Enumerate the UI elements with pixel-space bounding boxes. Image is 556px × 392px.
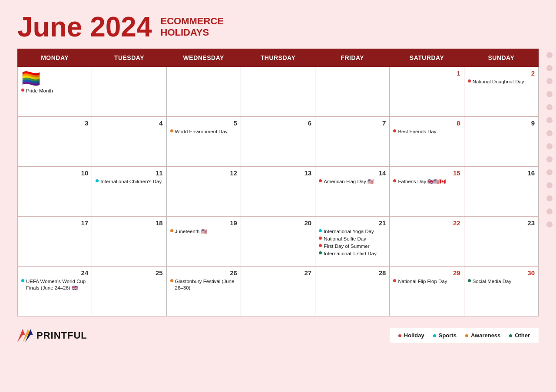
header: June 2024 ECOMMERCE HOLIDAYS xyxy=(17,13,539,41)
calendar-cell: 3 xyxy=(18,117,92,167)
event: International Children's Day xyxy=(96,178,162,185)
event-dot xyxy=(21,279,24,282)
event-text: Best Friends Day xyxy=(398,128,436,135)
event-text: Social Media Day xyxy=(473,278,511,285)
event-text: American Flag Day 🇺🇸 xyxy=(324,178,374,185)
event-dot xyxy=(393,129,396,132)
event-dot xyxy=(170,129,173,132)
sidebar-dot xyxy=(546,156,553,162)
legend-label: Holiday xyxy=(404,332,424,339)
calendar-cell: 4 xyxy=(92,117,166,167)
day-number: 19 xyxy=(170,219,237,227)
event-text: International T-shirt Day xyxy=(324,250,377,257)
calendar-week-row: 345World Environment Day678Best Friends … xyxy=(18,117,539,167)
event-text: National Flip Flop Day xyxy=(398,278,447,285)
day-number: 20 xyxy=(245,219,311,227)
sidebar-dot xyxy=(546,117,553,123)
sidebar-dot xyxy=(546,78,553,84)
event-text: National Doughnut Day xyxy=(473,79,524,85)
printful-logo-icon xyxy=(17,329,33,342)
event: World Environment Day xyxy=(170,128,237,135)
event: Best Friends Day xyxy=(393,128,460,135)
sidebar-dot xyxy=(546,91,553,97)
legend-dot xyxy=(465,334,468,337)
day-number: 27 xyxy=(245,269,311,277)
day-number: 5 xyxy=(170,119,237,127)
col-tuesday: TUESDAY xyxy=(92,49,166,67)
event-dot xyxy=(319,251,322,254)
col-sunday: SUNDAY xyxy=(464,49,538,67)
calendar-week-row: 24UEFA Women's World Cup Finals (June 24… xyxy=(18,267,539,316)
day-number: 16 xyxy=(468,169,535,177)
calendar-cell: 22 xyxy=(390,217,464,267)
calendar-cell: 20 xyxy=(241,217,315,267)
event-text: World Environment Day xyxy=(175,128,228,135)
calendar-cell: 7 xyxy=(315,117,390,167)
event: UEFA Women's World Cup Finals (June 24–2… xyxy=(21,278,88,291)
calendar-cell: 29National Flip Flop Day xyxy=(390,267,464,316)
calendar-cell: 🏳️‍🌈Pride Month xyxy=(18,67,92,117)
calendar-cell xyxy=(166,67,241,117)
event-dot xyxy=(393,279,396,282)
calendar-cell: 28 xyxy=(315,267,390,316)
legend-label: Other xyxy=(515,332,530,339)
day-number: 21 xyxy=(319,219,386,227)
event: International T-shirt Day xyxy=(319,250,386,257)
sidebar-dot xyxy=(546,208,553,214)
calendar-week-row: 1011International Children's Day121314Am… xyxy=(18,167,539,217)
day-number: 1 xyxy=(393,69,460,77)
event-text: National Selfie Day xyxy=(324,236,366,242)
calendar-cell: 9 xyxy=(464,117,538,167)
subtitle-line2: HOLIDAYS xyxy=(161,27,224,38)
day-number: 13 xyxy=(245,169,311,177)
calendar-cell: 1 xyxy=(390,67,464,117)
sidebar-dot xyxy=(546,182,553,188)
day-number: 4 xyxy=(96,119,162,127)
event-text: Father's Day 🇬🇧🇺🇸🇨🇦 xyxy=(398,178,446,185)
calendar-cell: 13 xyxy=(241,167,315,217)
legend-item: Awareness xyxy=(465,332,500,339)
day-number: 23 xyxy=(468,219,535,227)
calendar-cell: 18 xyxy=(92,217,166,267)
event: National Flip Flop Day xyxy=(393,278,460,285)
col-thursday: THURSDAY xyxy=(241,49,315,67)
sidebar-dot xyxy=(546,195,553,201)
calendar-cell xyxy=(241,67,315,117)
day-number: 11 xyxy=(96,169,162,177)
calendar-cell xyxy=(315,67,390,117)
event: American Flag Day 🇺🇸 xyxy=(319,178,386,185)
sidebar-dot xyxy=(546,169,553,175)
event-dot xyxy=(319,179,322,182)
legend-item: Holiday xyxy=(398,332,424,339)
day-number: 3 xyxy=(21,119,88,127)
calendar-cell: 27 xyxy=(241,267,315,316)
calendar-header-row: MONDAY TUESDAY WEDNESDAY THURSDAY FRIDAY… xyxy=(18,49,539,67)
calendar-cell: 19Juneteenth 🇺🇸 xyxy=(166,217,241,267)
day-number: 10 xyxy=(21,169,88,177)
calendar: MONDAY TUESDAY WEDNESDAY THURSDAY FRIDAY… xyxy=(17,49,539,316)
event: International Yoga Day xyxy=(319,228,386,235)
day-number: 9 xyxy=(468,119,535,127)
day-number: 18 xyxy=(96,219,162,227)
calendar-cell: 17 xyxy=(18,217,92,267)
calendar-cell: 25 xyxy=(92,267,166,316)
calendar-cell: 2National Doughnut Day xyxy=(464,67,538,117)
event-text: First Day of Summer xyxy=(324,243,369,250)
sidebar-dot xyxy=(546,143,553,149)
day-number: 14 xyxy=(319,169,386,177)
day-number: 6 xyxy=(245,119,311,127)
col-monday: MONDAY xyxy=(18,49,92,67)
calendar-cell: 11International Children's Day xyxy=(92,167,166,217)
event: Juneteenth 🇺🇸 xyxy=(170,228,237,235)
event-dot xyxy=(170,229,173,232)
col-saturday: SATURDAY xyxy=(390,49,464,67)
legend-dot xyxy=(433,334,436,337)
day-number: 30 xyxy=(468,269,535,277)
day-number: 2 xyxy=(468,69,535,77)
day-number: 15 xyxy=(393,169,460,177)
event-text: UEFA Women's World Cup Finals (June 24–2… xyxy=(26,278,88,291)
event-text: Pride Month xyxy=(26,88,53,94)
event-dot xyxy=(468,79,471,82)
event-dot xyxy=(21,89,24,92)
event: Social Media Day xyxy=(468,278,535,285)
